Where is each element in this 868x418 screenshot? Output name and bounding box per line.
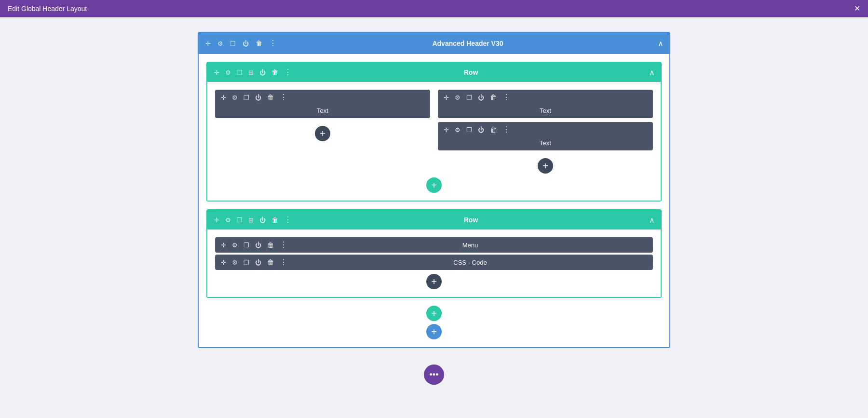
- ellipsis-container: •••: [198, 357, 670, 385]
- advanced-header-trash-icon[interactable]: 🗑: [255, 39, 263, 48]
- row2-settings-icon[interactable]: [224, 216, 232, 224]
- widget-css-move-icon[interactable]: [220, 258, 227, 267]
- widget-text-3-bar: 🗑: [438, 122, 653, 137]
- add-section-button[interactable]: +: [426, 324, 442, 339]
- widget-text-3: 🗑 Text: [438, 122, 653, 150]
- advanced-header-content: 🗑 Row ∧: [199, 54, 669, 347]
- widget3-power-icon[interactable]: [477, 126, 485, 134]
- row-content-2: 🗑 Menu 🗑: [207, 229, 661, 297]
- bottom-add-btns: + +: [206, 306, 662, 339]
- row2-dots-icon[interactable]: [283, 215, 293, 225]
- widget-menu: 🗑 Menu: [215, 237, 653, 253]
- advanced-header-label: Advanced Header V30: [432, 40, 503, 47]
- widget-css-bar: 🗑 CSS - Code: [215, 255, 653, 270]
- widget3-settings-icon[interactable]: [454, 126, 461, 134]
- widget1-settings-icon[interactable]: [231, 94, 239, 102]
- widget-css-label: CSS - Code: [292, 259, 648, 266]
- advanced-header-dots-icon[interactable]: [268, 39, 278, 48]
- widget-menu-move-icon[interactable]: [220, 241, 227, 249]
- row1-dots-icon[interactable]: [283, 67, 293, 77]
- widget2-move-icon[interactable]: [443, 94, 450, 102]
- widget2-settings-icon[interactable]: [454, 94, 461, 102]
- row1-add-column-button[interactable]: +: [426, 177, 442, 193]
- row-bar-1-left: 🗑: [213, 67, 293, 77]
- row1-col1: 🗑 Text +: [215, 90, 430, 174]
- row1-col2: 🗑 Text: [438, 90, 653, 174]
- widget-menu-settings-icon[interactable]: [231, 241, 239, 249]
- widget3-copy-icon[interactable]: [465, 126, 473, 134]
- row1-bottom-add-container: +: [215, 177, 653, 193]
- widget-text-2-bar: 🗑: [438, 90, 653, 105]
- advanced-header-settings-icon[interactable]: [217, 40, 224, 48]
- row2-collapse-icon[interactable]: ∧: [649, 216, 655, 225]
- widget-css-settings-icon[interactable]: [231, 258, 239, 267]
- widget-css-dots-icon[interactable]: [279, 257, 288, 267]
- main-content: 🗑 Advanced Header V30 ∧: [0, 17, 868, 418]
- widget3-dots-icon[interactable]: [502, 125, 511, 135]
- advanced-header-power-icon[interactable]: [242, 40, 250, 48]
- row-bar-2: 🗑 Row ∧: [207, 210, 661, 229]
- row-bar-2-left: 🗑: [213, 215, 293, 225]
- advanced-header-move-icon[interactable]: [204, 40, 212, 48]
- widget2-power-icon[interactable]: [477, 94, 485, 102]
- add-row-button[interactable]: +: [426, 306, 442, 321]
- ellipsis-button[interactable]: •••: [424, 364, 444, 385]
- row2-move-icon[interactable]: [213, 216, 220, 224]
- widget-css-power-icon[interactable]: [254, 258, 262, 267]
- row1-grid-icon[interactable]: [247, 68, 255, 77]
- widget1-move-icon[interactable]: [220, 94, 227, 102]
- row1-columns: 🗑 Text +: [215, 90, 653, 174]
- advanced-header-copy-icon[interactable]: [229, 40, 237, 48]
- widget-menu-label: Menu: [292, 242, 648, 249]
- row-block-1: 🗑 Row ∧: [206, 62, 662, 202]
- widget-css-copy-icon[interactable]: [243, 258, 250, 267]
- row1-col1-add-container: +: [215, 126, 430, 141]
- row2-copy-icon[interactable]: [236, 216, 244, 224]
- row2-power-icon[interactable]: [258, 216, 267, 224]
- widget1-dots-icon[interactable]: [279, 93, 288, 102]
- widget1-copy-icon[interactable]: [243, 94, 250, 102]
- row1-collapse-icon[interactable]: ∧: [649, 68, 655, 77]
- widget2-trash-icon[interactable]: 🗑: [489, 93, 498, 102]
- widget2-copy-icon[interactable]: [465, 94, 473, 102]
- widget-menu-copy-icon[interactable]: [243, 241, 250, 249]
- outer-container: 🗑 Advanced Header V30 ∧: [198, 32, 670, 385]
- widget1-power-icon[interactable]: [254, 94, 262, 102]
- row1-col2-add-button[interactable]: +: [538, 158, 553, 174]
- widget-text-1-label: Text: [215, 105, 430, 118]
- row2-trash-icon[interactable]: 🗑: [271, 216, 279, 224]
- widget-menu-dots-icon[interactable]: [279, 240, 288, 250]
- row-bar-1: 🗑 Row ∧: [207, 63, 661, 82]
- row1-trash-icon[interactable]: 🗑: [271, 68, 279, 77]
- close-button[interactable]: ✕: [854, 5, 860, 13]
- widget3-move-icon[interactable]: [443, 126, 450, 134]
- row2-add-widget-button[interactable]: +: [426, 274, 442, 289]
- row1-move-icon[interactable]: [213, 68, 220, 77]
- row1-settings-icon[interactable]: [224, 68, 232, 77]
- widget-menu-trash-icon[interactable]: 🗑: [266, 241, 275, 249]
- widget-menu-power-icon[interactable]: [254, 241, 262, 249]
- row-bar-1-label: Row: [464, 68, 478, 76]
- advanced-header-bar-left: 🗑: [204, 39, 278, 48]
- widget-text-2: 🗑 Text: [438, 90, 653, 118]
- row1-copy-icon[interactable]: [236, 68, 244, 77]
- row-content-1: 🗑 Text +: [207, 82, 661, 201]
- widget-text-1-bar: 🗑: [215, 90, 430, 105]
- title-bar-title: Edit Global Header Layout: [8, 5, 87, 13]
- advanced-header-bar: 🗑 Advanced Header V30 ∧: [199, 33, 669, 54]
- widget1-trash-icon[interactable]: 🗑: [266, 93, 275, 102]
- advanced-header-block: 🗑 Advanced Header V30 ∧: [198, 32, 670, 348]
- widget2-dots-icon[interactable]: [502, 93, 511, 102]
- row2-bottom-add-container: +: [215, 274, 653, 289]
- widget-menu-bar: 🗑 Menu: [215, 237, 653, 253]
- row1-col2-add-container: +: [438, 158, 653, 174]
- row2-grid-icon[interactable]: [247, 216, 255, 224]
- row1-power-icon[interactable]: [258, 68, 267, 77]
- advanced-header-collapse-icon[interactable]: ∧: [658, 39, 664, 48]
- row1-col1-add-button[interactable]: +: [315, 126, 330, 141]
- widget-text-2-label: Text: [438, 105, 653, 118]
- widget-css-code: 🗑 CSS - Code: [215, 255, 653, 270]
- row-bar-2-label: Row: [464, 216, 478, 224]
- widget3-trash-icon[interactable]: 🗑: [489, 125, 498, 134]
- widget-css-trash-icon[interactable]: 🗑: [266, 258, 275, 267]
